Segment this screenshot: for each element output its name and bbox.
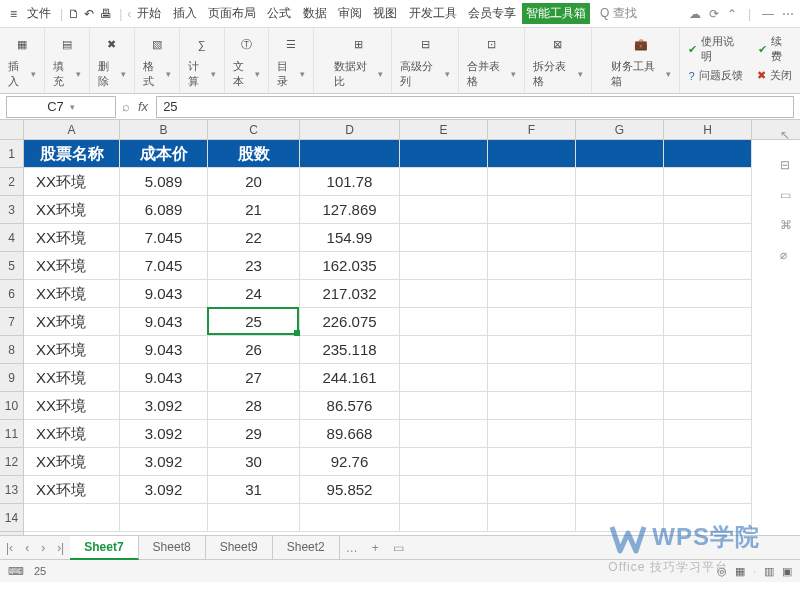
ribbon-格式[interactable]: ▧格式▾ bbox=[135, 28, 180, 93]
header-cell-D[interactable] bbox=[300, 140, 400, 168]
cell-C5[interactable]: 23 bbox=[208, 252, 300, 280]
sheet-tab-Sheet8[interactable]: Sheet8 bbox=[139, 536, 206, 560]
cell-D10[interactable]: 86.576 bbox=[300, 392, 400, 420]
col-header-F[interactable]: F bbox=[488, 120, 576, 139]
cell-E8[interactable] bbox=[400, 336, 488, 364]
search-box[interactable]: Q 查找 bbox=[600, 5, 637, 22]
cell-D6[interactable]: 217.032 bbox=[300, 280, 400, 308]
ribbon-数据对比[interactable]: ⊞数据对比▾ bbox=[326, 28, 392, 93]
cell-G6[interactable] bbox=[576, 280, 664, 308]
header-cell-H[interactable] bbox=[664, 140, 752, 168]
row-header-13[interactable]: 13 bbox=[0, 476, 23, 504]
clip-icon[interactable]: ⌀ bbox=[780, 248, 796, 264]
file-menu[interactable]: 文件 bbox=[23, 3, 55, 24]
cell-E9[interactable] bbox=[400, 364, 488, 392]
cell-E5[interactable] bbox=[400, 252, 488, 280]
cell-C11[interactable]: 29 bbox=[208, 420, 300, 448]
cell-G2[interactable] bbox=[576, 168, 664, 196]
cell-B7[interactable]: 9.043 bbox=[120, 308, 208, 336]
cell-H7[interactable] bbox=[664, 308, 752, 336]
cell-F2[interactable] bbox=[488, 168, 576, 196]
hamburger-icon[interactable]: ≡ bbox=[6, 5, 21, 23]
add-sheet-icon[interactable]: + bbox=[364, 541, 387, 555]
tab-smart-toolbox[interactable]: 智能工具箱 bbox=[522, 3, 590, 24]
tab-next-icon[interactable]: › bbox=[35, 541, 51, 555]
save-icon[interactable]: 🗋 bbox=[68, 7, 82, 21]
cell-D8[interactable]: 235.118 bbox=[300, 336, 400, 364]
link-icon[interactable]: ⌘ bbox=[780, 218, 796, 234]
cell-F13[interactable] bbox=[488, 476, 576, 504]
cell-H9[interactable] bbox=[664, 364, 752, 392]
col-header-B[interactable]: B bbox=[120, 120, 208, 139]
row-header-6[interactable]: 6 bbox=[0, 280, 23, 308]
menu-插入[interactable]: 插入 bbox=[169, 4, 201, 22]
cell-F11[interactable] bbox=[488, 420, 576, 448]
cell-F7[interactable] bbox=[488, 308, 576, 336]
cell-G9[interactable] bbox=[576, 364, 664, 392]
cell-C4[interactable]: 22 bbox=[208, 224, 300, 252]
cell-E14[interactable] bbox=[400, 504, 488, 532]
cell-G11[interactable] bbox=[576, 420, 664, 448]
cell-D2[interactable]: 101.78 bbox=[300, 168, 400, 196]
cell-H2[interactable] bbox=[664, 168, 752, 196]
cell-C7[interactable]: 25 bbox=[208, 308, 300, 336]
tab-more[interactable]: … bbox=[340, 541, 364, 555]
menu-公式[interactable]: 公式 bbox=[263, 4, 295, 22]
col-header-H[interactable]: H bbox=[664, 120, 752, 139]
cell-A7[interactable]: XX环境 bbox=[24, 308, 120, 336]
close-link[interactable]: 关闭 bbox=[770, 68, 792, 83]
menu-会员专享[interactable]: 会员专享 bbox=[464, 4, 520, 22]
cell-E4[interactable] bbox=[400, 224, 488, 252]
ribbon-合并表格[interactable]: ⊡合并表格▾ bbox=[459, 28, 525, 93]
row-header-12[interactable]: 12 bbox=[0, 448, 23, 476]
undo-icon[interactable]: ↶ bbox=[84, 7, 98, 21]
formula-input[interactable]: 25 bbox=[156, 96, 794, 118]
cell-E3[interactable] bbox=[400, 196, 488, 224]
ribbon-填充[interactable]: ▤填充▾ bbox=[45, 28, 90, 93]
cell-H13[interactable] bbox=[664, 476, 752, 504]
ribbon-财务工具箱[interactable]: 💼财务工具箱▾ bbox=[603, 28, 680, 93]
row-header-11[interactable]: 11 bbox=[0, 420, 23, 448]
cell-H5[interactable] bbox=[664, 252, 752, 280]
menu-视图[interactable]: 视图 bbox=[369, 4, 401, 22]
row-header-2[interactable]: 2 bbox=[0, 168, 23, 196]
tab-first-icon[interactable]: |‹ bbox=[0, 541, 19, 555]
cell-H3[interactable] bbox=[664, 196, 752, 224]
row-header-4[interactable]: 4 bbox=[0, 224, 23, 252]
sheet-tab-Sheet2[interactable]: Sheet2 bbox=[273, 536, 340, 560]
cell-F8[interactable] bbox=[488, 336, 576, 364]
cells-area[interactable]: 股票名称成本价股数XX环境5.08920101.78XX环境6.08921127… bbox=[24, 140, 800, 536]
row-header-8[interactable]: 8 bbox=[0, 336, 23, 364]
cell-G4[interactable] bbox=[576, 224, 664, 252]
cell-E12[interactable] bbox=[400, 448, 488, 476]
cell-D11[interactable]: 89.668 bbox=[300, 420, 400, 448]
cell-B4[interactable]: 7.045 bbox=[120, 224, 208, 252]
ribbon-计算[interactable]: ∑计算▾ bbox=[180, 28, 225, 93]
cell-G10[interactable] bbox=[576, 392, 664, 420]
cell-G8[interactable] bbox=[576, 336, 664, 364]
more-icon[interactable]: ⋯ bbox=[782, 7, 794, 21]
cell-B11[interactable]: 3.092 bbox=[120, 420, 208, 448]
tab-prev-icon[interactable]: ‹ bbox=[19, 541, 35, 555]
ribbon-插入[interactable]: ▦插入▾ bbox=[0, 28, 45, 93]
view-layout-icon[interactable]: ▣ bbox=[782, 565, 792, 578]
cell-E10[interactable] bbox=[400, 392, 488, 420]
cell-D9[interactable]: 244.161 bbox=[300, 364, 400, 392]
cell-F4[interactable] bbox=[488, 224, 576, 252]
cell-C6[interactable]: 24 bbox=[208, 280, 300, 308]
print-icon[interactable]: 🖶 bbox=[100, 7, 114, 21]
cursor-icon[interactable]: ↖ bbox=[780, 128, 796, 144]
ribbon-删除[interactable]: ✖删除▾ bbox=[90, 28, 135, 93]
cell-H8[interactable] bbox=[664, 336, 752, 364]
cell-A3[interactable]: XX环境 bbox=[24, 196, 120, 224]
cell-F12[interactable] bbox=[488, 448, 576, 476]
header-cell-B[interactable]: 成本价 bbox=[120, 140, 208, 168]
cell-D4[interactable]: 154.99 bbox=[300, 224, 400, 252]
cell-G13[interactable] bbox=[576, 476, 664, 504]
cell-A11[interactable]: XX环境 bbox=[24, 420, 120, 448]
cell-C13[interactable]: 31 bbox=[208, 476, 300, 504]
header-cell-E[interactable] bbox=[400, 140, 488, 168]
cell-G14[interactable] bbox=[576, 504, 664, 532]
cell-B3[interactable]: 6.089 bbox=[120, 196, 208, 224]
menu-页面布局[interactable]: 页面布局 bbox=[204, 4, 260, 22]
